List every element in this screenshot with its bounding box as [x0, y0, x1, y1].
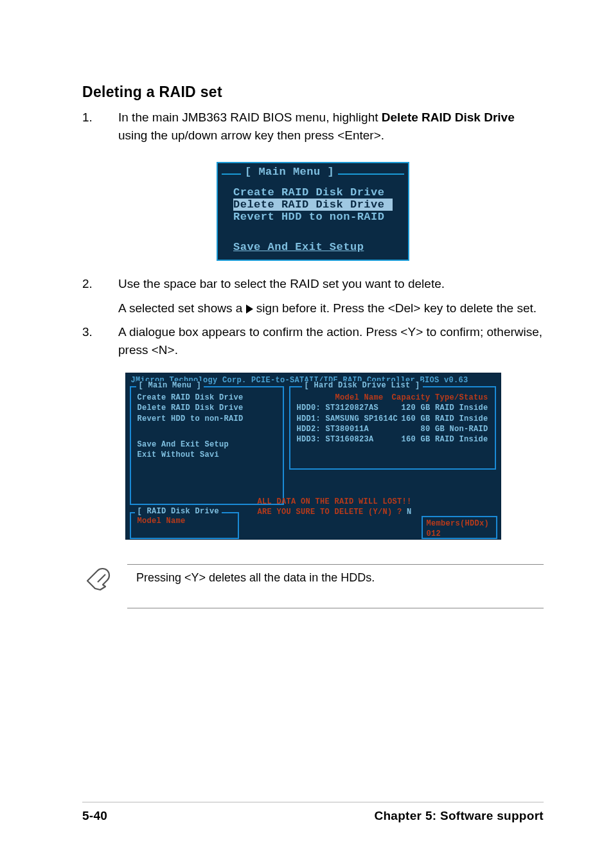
prompt-answer: N [407, 508, 412, 517]
page-footer: 5-40 Chapter 5: Software support [82, 802, 544, 823]
triangle-icon [246, 305, 253, 314]
divider [127, 564, 544, 565]
members-sub: 012 [427, 529, 492, 539]
instruction-list: 1. In the main JMB363 RAID BIOS menu, hi… [82, 109, 544, 150]
bios-main-menu-screenshot: [ Main Menu ] Create RAID Disk Drive Del… [217, 162, 409, 261]
divider [127, 608, 544, 608]
note-text: Pressing <Y> deletes all the data in the… [127, 571, 544, 585]
menu-item: Revert HDD to non-RAID [233, 211, 393, 223]
step-subtext-post: sign before it. Press the <Del> key to d… [253, 301, 537, 315]
raid-drive-label: [ RAID Disk Drive [135, 507, 222, 516]
note-icon [84, 564, 116, 594]
step-1: 1. In the main JMB363 RAID BIOS menu, hi… [82, 109, 544, 144]
menu-footer-item: Save And Exit Setup [222, 238, 404, 256]
step-body: In the main JMB363 RAID BIOS menu, highl… [118, 109, 544, 144]
hdd-col-header: Model Name [335, 393, 384, 403]
hdd-list-label: [ Hard Disk Drive List ] [302, 381, 423, 390]
prompt-line: ALL DATA ON THE RAID WILL LOST!! [258, 497, 412, 507]
hdd-cap: 80 GB Non-RAID [420, 424, 488, 434]
menu-item: Revert HDD to non-RAID [138, 414, 276, 424]
members-label: Members(HDDx) [427, 518, 492, 529]
screenshot-2-wrap: JMicron Technology Corp. PCIE-to-SATAII/… [82, 373, 544, 540]
step-number: 1. [82, 109, 118, 144]
chapter-title: Chapter 5: Software support [374, 809, 544, 823]
hdd-list: Model Name Capacity Type/Status HDD0: ST… [290, 387, 495, 450]
hdd-cap: 120 GB RAID Inside [401, 403, 488, 413]
delete-prompt: ALL DATA ON THE RAID WILL LOST!! ARE YOU… [258, 497, 412, 517]
step-text-bold: Delete RAID Disk Drive [382, 111, 515, 124]
hdd-name: HDD0: ST3120827AS [297, 403, 379, 413]
bios-delete-confirmation-screenshot: JMicron Technology Corp. PCIE-to-SATAII/… [125, 373, 501, 540]
menu-item: Exit Without Savi [138, 450, 276, 460]
menu-item-highlighted: Delete RAID Disk Drive [233, 199, 393, 211]
main-menu-title: [ Main Menu ] [241, 166, 338, 178]
section-heading: Deleting a RAID set [82, 84, 544, 101]
step-number: 3. [82, 323, 118, 359]
hdd-col-header: Capacity Type/Status [391, 393, 488, 403]
step-body: Use the space bar to select the RAID set… [118, 275, 544, 317]
menu-item: Create RAID Disk Drive [138, 393, 276, 403]
hdd-name: HDD1: SAMSUNG SP1614C [297, 414, 398, 424]
page-number: 5-40 [82, 809, 107, 823]
prompt-line: ARE YOU SURE TO DELETE (Y/N) ? [258, 508, 407, 517]
note-block: Pressing <Y> deletes all the data in the… [82, 564, 544, 615]
step-text: A dialogue box appears to confirm the ac… [118, 325, 542, 357]
step-3: 3. A dialogue box appears to confirm the… [82, 323, 544, 359]
raid-drive-sub: Model Name [131, 513, 238, 531]
main-menu-label: [ Main Menu ] [136, 381, 204, 390]
hdd-name: HDD2: ST380011A [297, 424, 369, 434]
step-body: A dialogue box appears to confirm the ac… [118, 323, 544, 359]
step-2: 2. Use the space bar to select the RAID … [82, 275, 544, 317]
hdd-cap: 160 GB RAID Inside [401, 434, 488, 445]
menu-item: Create RAID Disk Drive [233, 186, 393, 199]
instruction-list-cont: 2. Use the space bar to select the RAID … [82, 275, 544, 365]
step-text: Use the space bar to select the RAID set… [118, 277, 445, 290]
step-subtext: A selected set shows a sign before it. P… [118, 299, 544, 317]
step-text-part: In the main JMB363 RAID BIOS menu, highl… [118, 111, 382, 124]
main-menu-items: Create RAID Disk Drive Delete RAID Disk … [131, 387, 283, 465]
screenshot-1-wrap: [ Main Menu ] Create RAID Disk Drive Del… [82, 162, 544, 261]
step-subtext-pre: A selected set shows a [118, 301, 246, 315]
hdd-cap: 160 GB RAID Inside [401, 414, 488, 424]
hdd-name: HDD3: ST3160823A [297, 434, 374, 445]
step-text-part: using the up/down arrow key then press <… [118, 128, 384, 142]
menu-item: Delete RAID Disk Drive [138, 403, 276, 413]
menu-item: Save And Exit Setup [138, 439, 276, 450]
step-number: 2. [82, 275, 118, 317]
